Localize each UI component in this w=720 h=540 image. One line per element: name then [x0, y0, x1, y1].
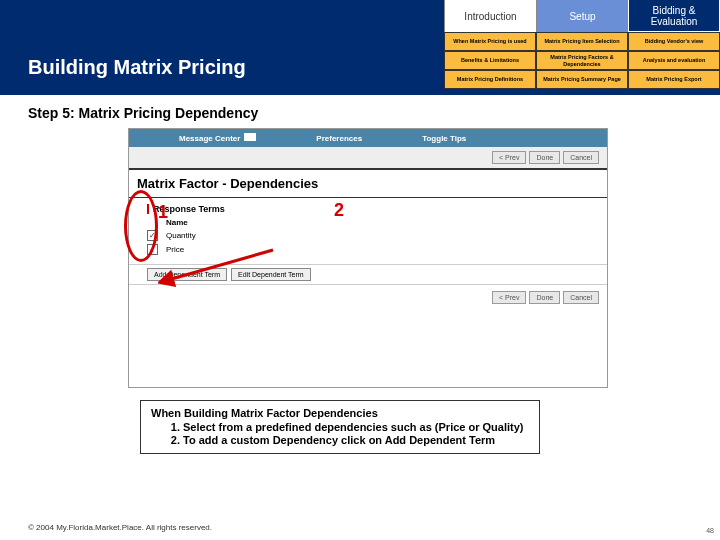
row-price: Price — [147, 244, 589, 255]
button-row-top: < Prev Done Cancel — [129, 147, 607, 168]
section-response-terms: Response Terms — [147, 204, 589, 214]
button-row-bottom: < Prev Done Cancel — [129, 285, 607, 310]
info-list: Select from a predefined dependencies su… — [151, 421, 529, 446]
link-preferences[interactable]: Preferences — [316, 134, 362, 143]
sub-analysis[interactable]: Analysis and evaluation — [628, 51, 720, 70]
info-title: When Building Matrix Factor Dependencies — [151, 407, 529, 419]
column-head-name: Name — [166, 218, 589, 227]
done-button[interactable]: Done — [529, 151, 560, 164]
info-item-1: Select from a predefined dependencies su… — [183, 421, 529, 433]
sub-when-used[interactable]: When Matrix Pricing is used — [444, 32, 536, 51]
label-price: Price — [166, 245, 184, 254]
app-screenshot: Message Center Preferences Toggle Tips <… — [128, 128, 608, 388]
cancel-button[interactable]: Cancel — [563, 151, 599, 164]
envelope-icon — [244, 133, 256, 141]
sub-benefits[interactable]: Benefits & Limitations — [444, 51, 536, 70]
tab-setup[interactable]: Setup — [536, 0, 628, 32]
sub-vendors-view[interactable]: Bidding Vendor's view — [628, 32, 720, 51]
sub-summary[interactable]: Matrix Pricing Summary Page — [536, 70, 628, 89]
sub-nav: When Matrix Pricing is used Matrix Prici… — [444, 32, 720, 89]
checkbox-quantity[interactable] — [147, 230, 158, 241]
page-number: 48 — [706, 527, 714, 534]
sub-item-selection[interactable]: Matrix Pricing Item Selection — [536, 32, 628, 51]
link-label: Message Center — [179, 134, 240, 143]
footer-copyright: © 2004 My.Florida.Market.Place. All righ… — [28, 523, 212, 532]
header-bar: Building Matrix Pricing Introduction Set… — [0, 0, 720, 95]
sub-export[interactable]: Matrix Pricing Export — [628, 70, 720, 89]
app-topbar: Message Center Preferences Toggle Tips — [129, 129, 607, 147]
action-row: Add Dependent Term Edit Dependent Term — [129, 264, 607, 285]
tab-introduction[interactable]: Introduction — [444, 0, 536, 32]
page-title: Building Matrix Pricing — [28, 56, 246, 79]
row-quantity: Quantity — [147, 230, 589, 241]
step-title: Step 5: Matrix Pricing Dependency — [28, 105, 258, 121]
marker-2: 2 — [334, 200, 344, 221]
info-box: When Building Matrix Factor Dependencies… — [140, 400, 540, 454]
link-message-center[interactable]: Message Center — [179, 133, 256, 143]
prev-button[interactable]: < Prev — [492, 151, 526, 164]
sub-definitions[interactable]: Matrix Pricing Definitions — [444, 70, 536, 89]
tab-bidding-evaluation[interactable]: Bidding & Evaluation — [628, 0, 720, 32]
label-quantity: Quantity — [166, 231, 196, 240]
link-toggle-tips[interactable]: Toggle Tips — [422, 134, 466, 143]
checkbox-price[interactable] — [147, 244, 158, 255]
prev-button-2[interactable]: < Prev — [492, 291, 526, 304]
done-button-2[interactable]: Done — [529, 291, 560, 304]
nav-tabs: Introduction Setup Bidding & Evaluation — [444, 0, 720, 32]
panel-heading: Matrix Factor - Dependencies — [129, 168, 607, 198]
edit-dependent-button[interactable]: Edit Dependent Term — [231, 268, 311, 281]
info-item-2: To add a custom Dependency click on Add … — [183, 434, 529, 446]
marker-1: 1 — [158, 202, 168, 223]
cancel-button-2[interactable]: Cancel — [563, 291, 599, 304]
add-dependent-button[interactable]: Add Dependent Term — [147, 268, 227, 281]
panel-body: Response Terms Name Quantity Price — [129, 198, 607, 264]
sub-factors-deps[interactable]: Matrix Pricing Factors & Dependencies — [536, 51, 628, 70]
